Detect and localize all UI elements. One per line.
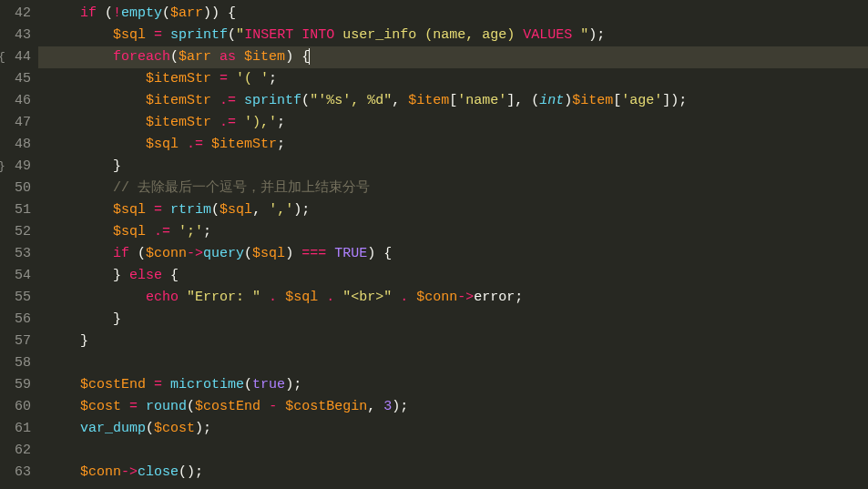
code-line[interactable]: $conn->close(); <box>47 462 868 484</box>
code-line[interactable]: $cost = round($costEnd - $costBegin, 3); <box>47 396 868 418</box>
code-line[interactable]: if (!empty($arr)) { <box>47 3 868 25</box>
code-line[interactable]: } <box>47 331 868 352</box>
line-number: 63 <box>0 462 31 484</box>
code-line[interactable]: $sql = sprintf("INSERT INTO user_info (n… <box>47 25 868 46</box>
line-number: 59 <box>0 374 31 396</box>
line-number: 62 <box>0 440 31 462</box>
line-number: 57 <box>0 331 31 352</box>
code-line[interactable]: $itemStr .= '),'; <box>47 112 868 134</box>
code-content[interactable]: if (!empty($arr)) { $sql = sprintf("INSE… <box>38 0 868 489</box>
fold-open-icon[interactable]: { <box>0 46 5 68</box>
code-line-active[interactable]: foreach($arr as $item) { <box>38 46 868 68</box>
code-editor[interactable]: 42 43 {44 45 46 47 48 }49 50 51 52 53 54… <box>0 0 868 489</box>
line-number: 55 <box>0 287 31 309</box>
code-line[interactable]: $itemStr .= sprintf("'%s', %d", $item['n… <box>47 90 868 112</box>
code-line[interactable]: echo "Error: " . $sql . "<br>" . $conn->… <box>47 287 868 309</box>
line-number-gutter: 42 43 {44 45 46 47 48 }49 50 51 52 53 54… <box>0 0 38 489</box>
line-number: 46 <box>0 90 31 112</box>
code-line[interactable]: $costEnd = microtime(true); <box>47 374 868 396</box>
code-line[interactable] <box>47 352 868 374</box>
code-line[interactable]: } <box>47 156 868 178</box>
line-number: 42 <box>0 3 31 25</box>
code-line[interactable]: $sql .= ';'; <box>47 221 868 243</box>
line-number: 50 <box>0 178 31 199</box>
line-number: 51 <box>0 199 31 221</box>
code-line[interactable]: $sql = rtrim($sql, ','); <box>47 199 868 221</box>
fold-close-icon[interactable]: } <box>0 156 5 178</box>
line-number: 47 <box>0 112 31 134</box>
code-line[interactable]: $itemStr = '( '; <box>47 68 868 90</box>
code-line[interactable]: var_dump($cost); <box>47 418 868 440</box>
line-number: 54 <box>0 265 31 287</box>
code-line[interactable]: } <box>47 309 868 331</box>
code-line[interactable]: if ($conn->query($sql) === TRUE) { <box>47 243 868 265</box>
text-cursor <box>309 48 310 65</box>
line-number: {44 <box>0 46 31 68</box>
code-line[interactable]: $sql .= $itemStr; <box>47 134 868 156</box>
code-line[interactable] <box>47 440 868 462</box>
line-number: }49 <box>0 156 31 178</box>
line-number: 53 <box>0 243 31 265</box>
line-number: 61 <box>0 418 31 440</box>
line-number: 43 <box>0 25 31 46</box>
line-number: 48 <box>0 134 31 156</box>
code-line[interactable]: // 去除最后一个逗号，并且加上结束分号 <box>47 178 868 199</box>
line-number: 60 <box>0 396 31 418</box>
line-number: 52 <box>0 221 31 243</box>
line-number: 45 <box>0 68 31 90</box>
code-line[interactable]: } else { <box>47 265 868 287</box>
line-number: 58 <box>0 352 31 374</box>
line-number: 56 <box>0 309 31 331</box>
